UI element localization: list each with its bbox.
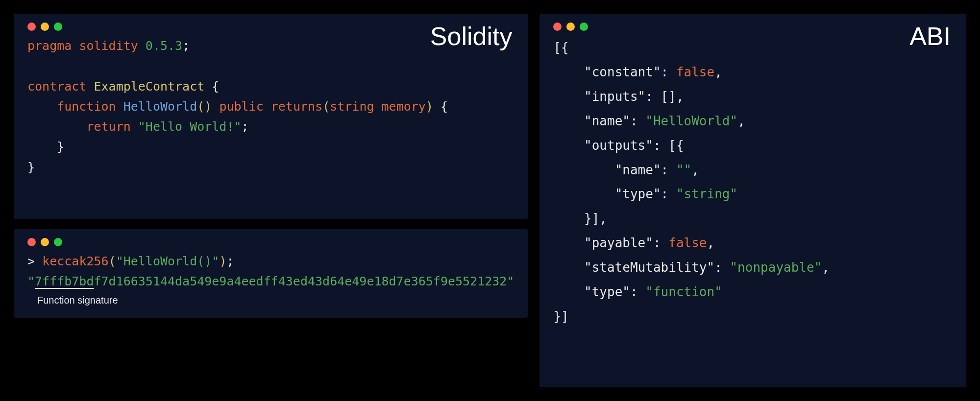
- maximize-icon[interactable]: [54, 23, 62, 31]
- window-controls: [553, 23, 953, 31]
- window-controls: [27, 238, 514, 246]
- solidity-code: pragma solidity 0.5.3; contract ExampleC…: [27, 36, 514, 177]
- minimize-icon[interactable]: [41, 23, 49, 31]
- abi-code: [{ "constant": false, "inputs": [], "nam…: [553, 36, 953, 329]
- keyword-returns: returns: [271, 99, 322, 114]
- json-key: "type": [615, 187, 661, 201]
- keyword-function: function: [57, 99, 116, 114]
- window-title: Solidity: [430, 22, 513, 51]
- keccak-arg: "HelloWorld()": [116, 254, 220, 268]
- close-icon[interactable]: [27, 238, 36, 246]
- minimize-icon[interactable]: [566, 23, 575, 31]
- json-key: "constant": [584, 65, 661, 79]
- json-value: []: [661, 89, 676, 104]
- right-column: ABI [{ "constant": false, "inputs": [], …: [539, 14, 966, 387]
- close-icon[interactable]: [553, 23, 562, 31]
- keccak-func: keccak256: [42, 254, 108, 268]
- keyword-pragma: pragma: [27, 39, 72, 53]
- version-number: 0.5.3: [146, 39, 182, 53]
- minimize-icon[interactable]: [41, 238, 49, 246]
- keyword-public: public: [219, 99, 263, 114]
- json-value: "function": [645, 284, 722, 299]
- prompt-char: >: [27, 254, 35, 268]
- hash-rest: f7d16635144da549e9a4eedff43ed43d64e49e18…: [94, 274, 507, 288]
- json-value: "": [676, 163, 691, 177]
- json-key: "outputs": [584, 138, 653, 153]
- json-value: false: [668, 236, 707, 250]
- contract-name: ExampleContract: [94, 79, 204, 94]
- keccak-code: > keccak256("HelloWorld()"); "7fffb7bdf7…: [27, 251, 514, 292]
- abi-window: ABI [{ "constant": false, "inputs": [], …: [539, 14, 966, 387]
- type-memory: memory: [382, 99, 426, 114]
- window-title: ABI: [909, 22, 951, 51]
- json-value: "string": [676, 187, 737, 201]
- left-column: Solidity pragma solidity 0.5.3; contract…: [14, 14, 528, 387]
- function-name: HelloWorld: [123, 99, 197, 114]
- solidity-window: Solidity pragma solidity 0.5.3; contract…: [14, 14, 528, 219]
- close-icon[interactable]: [27, 23, 36, 31]
- json-value: "nonpayable": [730, 260, 822, 275]
- json-key: "type": [584, 284, 630, 299]
- json-key: "name": [584, 114, 630, 128]
- keyword-solidity: solidity: [79, 39, 138, 53]
- keyword-return: return: [86, 119, 130, 134]
- type-string: string: [330, 99, 374, 114]
- keccak-window: > keccak256("HelloWorld()"); "7fffb7bdf7…: [14, 229, 528, 318]
- json-key: "payable": [584, 236, 653, 250]
- maximize-icon[interactable]: [580, 23, 588, 31]
- signature-label: Function signature: [37, 295, 514, 306]
- maximize-icon[interactable]: [54, 238, 62, 246]
- json-value: false: [676, 65, 714, 79]
- json-key: "stateMutability": [584, 260, 714, 275]
- string-literal: "Hello World!": [138, 119, 242, 134]
- hash-prefix: 7fffb7bd: [35, 274, 94, 288]
- keyword-contract: contract: [27, 79, 86, 94]
- json-value: "HelloWorld": [645, 114, 737, 128]
- json-key: "name": [615, 163, 661, 177]
- json-key: "inputs": [584, 89, 645, 104]
